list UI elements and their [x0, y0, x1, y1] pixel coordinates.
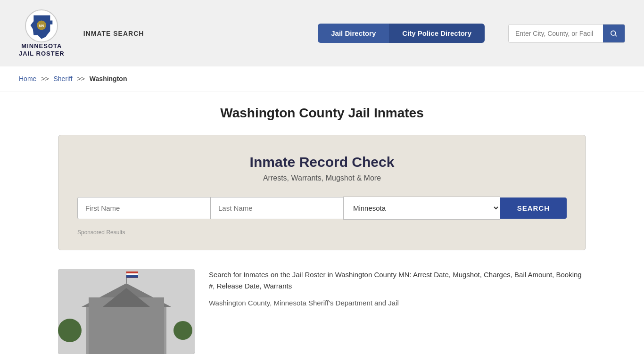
building-illustration — [58, 269, 195, 354]
breadcrumb-sep2: >> — [77, 75, 85, 82]
breadcrumb-home[interactable]: Home — [19, 75, 36, 82]
logo-emblem: MN — [25, 9, 58, 42]
bottom-text-area: Search for Inmates on the Jail Roster in… — [209, 269, 586, 309]
site-logo-link[interactable]: MN MINNESOTA JAIL ROSTER — [19, 9, 65, 57]
last-name-input[interactable] — [210, 197, 343, 219]
first-name-input[interactable] — [77, 197, 210, 219]
record-search-button[interactable]: SEARCH — [500, 197, 567, 219]
breadcrumb-sheriff[interactable]: Sheriff — [54, 75, 73, 82]
bottom-description-2: Washington County, Minnesota Sheriff's D… — [209, 297, 586, 309]
bottom-description-1: Search for Inmates on the Jail Roster in… — [209, 269, 586, 292]
record-search-row: Minnesota SEARCH — [77, 197, 567, 220]
bottom-section: Search for Inmates on the Jail Roster in… — [58, 269, 586, 354]
page-title: Washington County Jail Inmates — [58, 106, 586, 121]
svg-point-14 — [173, 321, 192, 340]
logo-text: MINNESOTA JAIL ROSTER — [19, 42, 65, 57]
main-content: Washington County Jail Inmates Inmate Re… — [39, 91, 605, 362]
svg-rect-6 — [93, 314, 107, 326]
breadcrumb: Home >> Sheriff >> Washington — [0, 66, 644, 91]
header-search-bar — [508, 24, 625, 43]
record-check-section: Inmate Record Check Arrests, Warrants, M… — [58, 135, 586, 250]
main-nav: Jail Directory City Police Directory — [318, 24, 485, 43]
breadcrumb-current: Washington — [90, 75, 127, 82]
search-icon — [610, 29, 618, 38]
header-search-input[interactable] — [509, 25, 603, 42]
inmate-search-link[interactable]: INMATE SEARCH — [83, 30, 144, 37]
sponsored-label: Sponsored Results — [77, 229, 567, 236]
record-check-title: Inmate Record Check — [77, 154, 567, 170]
svg-rect-12 — [126, 275, 138, 278]
svg-rect-3 — [86, 307, 166, 354]
jail-directory-button[interactable]: Jail Directory — [318, 24, 389, 43]
header-search-button[interactable] — [603, 25, 625, 42]
city-police-button[interactable]: City Police Directory — [389, 24, 485, 43]
minnesota-state-icon: MN — [30, 13, 53, 39]
state-select[interactable]: Minnesota — [343, 197, 500, 220]
site-header: MN MINNESOTA JAIL ROSTER INMATE SEARCH J… — [0, 0, 644, 66]
breadcrumb-sep1: >> — [41, 75, 49, 82]
building-image — [58, 269, 195, 354]
svg-rect-5 — [115, 330, 138, 354]
svg-text:MN: MN — [39, 24, 44, 27]
svg-rect-7 — [145, 314, 159, 326]
record-check-subtitle: Arrests, Warrants, Mugshot & More — [77, 174, 567, 182]
svg-point-13 — [58, 319, 82, 342]
